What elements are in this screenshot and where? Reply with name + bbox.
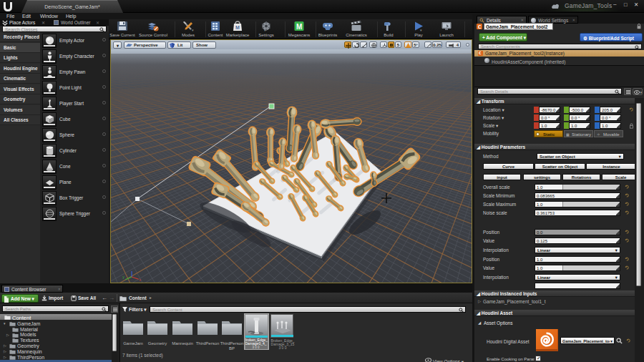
svg-text:M: M xyxy=(296,23,302,31)
svg-text:M: M xyxy=(235,25,240,30)
